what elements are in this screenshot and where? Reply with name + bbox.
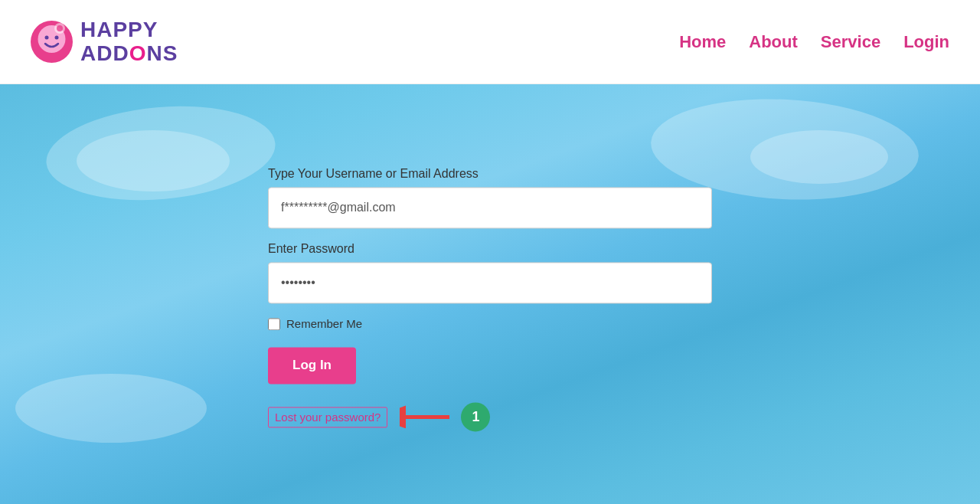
username-group: Type Your Username or Email Address	[268, 167, 712, 228]
cloud-5	[15, 374, 207, 443]
remember-checkbox[interactable]	[268, 318, 280, 330]
main-content: Type Your Username or Email Address Ente…	[0, 84, 980, 504]
logo-addons: ADDONS	[80, 42, 178, 66]
remember-row: Remember Me	[268, 317, 712, 330]
login-form-container: Type Your Username or Email Address Ente…	[268, 167, 712, 431]
svg-point-5	[57, 25, 63, 31]
header: HAPPY ADDONS Home About Service Login	[0, 0, 980, 84]
username-label: Type Your Username or Email Address	[268, 167, 712, 181]
password-label: Enter Password	[268, 242, 712, 256]
logo-icon	[31, 21, 73, 63]
login-button[interactable]: Log In	[268, 347, 356, 384]
password-group: Enter Password	[268, 242, 712, 303]
cloud-4	[750, 130, 888, 184]
lost-password-link[interactable]: Lost your password?	[268, 407, 387, 427]
nav-service[interactable]: Service	[821, 32, 880, 52]
logo-text: HAPPY ADDONS	[80, 18, 178, 66]
cloud-2	[77, 130, 230, 191]
nav-login[interactable]: Login	[903, 32, 949, 52]
svg-point-2	[45, 36, 49, 40]
arrow-annotation: 1	[400, 402, 490, 431]
lost-password-row: Lost your password? 1	[268, 402, 712, 431]
main-nav: Home About Service Login	[679, 32, 949, 52]
password-input[interactable]	[268, 262, 712, 303]
logo: HAPPY ADDONS	[31, 18, 178, 66]
arrow-icon	[400, 404, 453, 429]
badge-number: 1	[461, 402, 490, 431]
remember-label: Remember Me	[286, 317, 362, 330]
svg-point-3	[55, 36, 59, 40]
nav-about[interactable]: About	[749, 32, 798, 52]
username-input[interactable]	[268, 187, 712, 228]
logo-happy: HAPPY	[80, 18, 178, 42]
nav-home[interactable]: Home	[679, 32, 726, 52]
